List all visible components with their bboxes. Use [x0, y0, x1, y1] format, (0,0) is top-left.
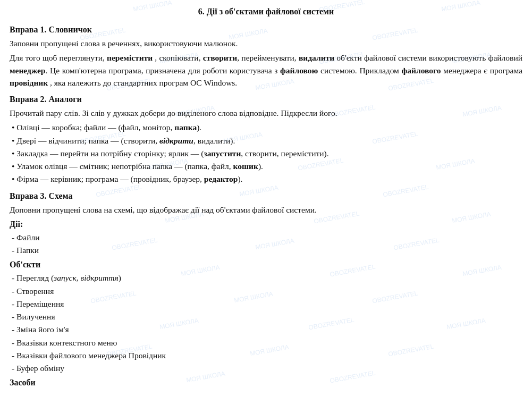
- ex3-object-1: - Перегляд (запуск, відкриття): [12, 272, 522, 284]
- ex2-item-4: • Уламок олівця — смітник; непотрібна па…: [12, 160, 522, 172]
- ex2-item-2: • Двері — відчинити; папка — (створити, …: [12, 134, 522, 147]
- ex1-title: Вправа 1. Словничок: [10, 23, 522, 36]
- ex3-object-2: - Створення: [12, 285, 522, 297]
- ex3-title: Вправа 3. Схема: [10, 190, 522, 203]
- page-title: 6. Дії з об'єктами файлової системи: [10, 5, 522, 18]
- ex3-action-1: - Файли: [12, 231, 522, 243]
- ex3-instruction: Доповни пропущені слова на схемі, що від…: [10, 204, 522, 216]
- ex2-title: Вправа 2. Аналоги: [10, 93, 522, 106]
- ex1-instruction: Заповни пропущені слова в реченнях, вико…: [10, 37, 522, 49]
- ex1-paragraph: Для того щоб переглянути, перемістити , …: [10, 52, 522, 89]
- exercise-3: Вправа 3. Схема Доповни пропущені слова …: [10, 190, 522, 390]
- ex2-item-3: • Закладка — перейти на потрібну сторінк…: [12, 147, 522, 159]
- ex3-object-7: - Вказівки файлового менеджера Провідник: [12, 349, 522, 361]
- exercise-1: Вправа 1. Словничок Заповни пропущені сл…: [10, 23, 522, 89]
- ex2-item-1: • Олівці — коробка; файли — (файл, моніт…: [12, 121, 522, 133]
- ex2-instruction: Прочитай пару слів. Зі слів у дужках доб…: [10, 107, 522, 119]
- ex3-object-6: - Вказівки контекстного меню: [12, 336, 522, 349]
- ex3-tools-label: Засоби: [10, 376, 522, 389]
- ex3-object-3: - Переміщення: [12, 298, 522, 310]
- ex3-object-8: - Буфер обміну: [12, 362, 522, 374]
- ex3-action-2: - Папки: [12, 244, 522, 256]
- ex3-object-5: - Зміна його ім'я: [12, 323, 522, 335]
- exercise-2: Вправа 2. Аналоги Прочитай пару слів. Зі…: [10, 93, 522, 186]
- ex3-object-4: - Вилучення: [12, 310, 522, 323]
- page-content: 6. Дії з об'єктами файлової системи Впра…: [0, 0, 532, 395]
- ex2-item-5: • Фірма — керівник; програма — (провідни…: [12, 173, 522, 185]
- ex3-objects-label: Об'єкти: [10, 258, 522, 271]
- ex3-actions-label: Дії:: [10, 218, 522, 231]
